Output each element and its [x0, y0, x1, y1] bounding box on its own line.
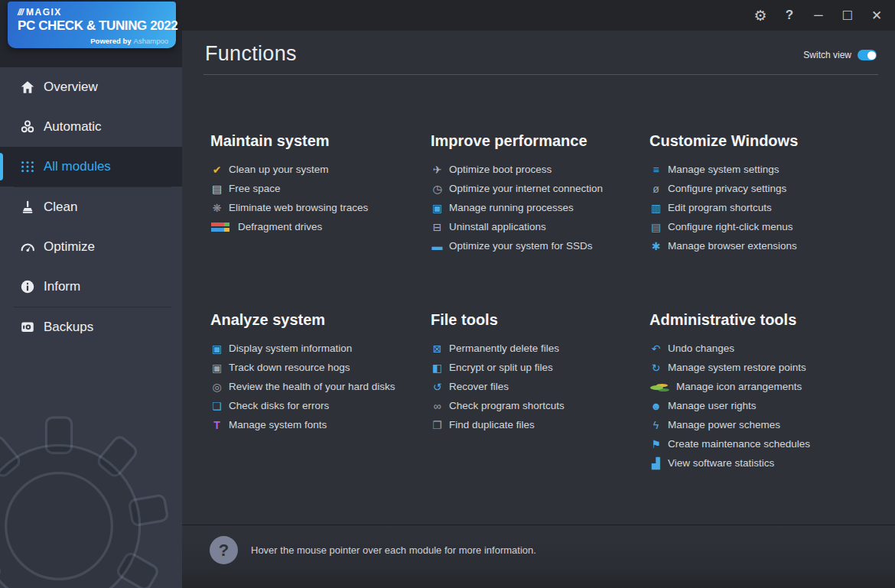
module-manage-user-rights[interactable]: ☻Manage user rights — [649, 396, 888, 415]
module-label: Review the health of your hard disks — [229, 381, 395, 392]
sidebar-item-optimize[interactable]: Optimize — [0, 227, 182, 267]
module-view-software-statistics[interactable]: ▟View software statistics — [649, 453, 888, 473]
sidebar-item-backups[interactable]: Backups — [0, 307, 182, 347]
settings-gear-button[interactable]: ⚙ — [748, 4, 773, 27]
module-recover-files[interactable]: ↺Recover files — [431, 377, 649, 396]
encrypt-file-icon: ◧ — [431, 362, 444, 373]
module-label: Manage browser extensions — [668, 240, 797, 252]
extensions-icon: ✱ — [649, 241, 662, 252]
section-customize-windows: Customize Windows ≡Manage system setting… — [649, 132, 888, 311]
sidebar-item-clean[interactable]: Clean — [0, 187, 182, 227]
module-undo-changes[interactable]: ↶Undo changes — [649, 339, 888, 358]
module-manage-system-restore-points[interactable]: ↻Manage system restore points — [649, 358, 888, 377]
section-improve-performance: Improve performance ✈Optimize boot proce… — [431, 132, 649, 311]
home-icon — [18, 78, 37, 96]
module-manage-browser-extensions[interactable]: ✱Manage browser extensions — [649, 236, 888, 255]
module-manage-icon-arrangements[interactable]: Manage icon arrangements — [649, 377, 888, 396]
module-optimize-your-internet-connection[interactable]: ◷Optimize your internet connection — [431, 179, 649, 198]
switch-view-label: Switch view — [803, 50, 851, 60]
module-label: Undo changes — [668, 343, 734, 354]
fonts-icon: T — [210, 420, 223, 430]
minimize-button[interactable]: ─ — [806, 4, 831, 27]
close-icon: ✕ — [871, 8, 882, 24]
module-find-duplicate-files[interactable]: ❐Find duplicate files — [431, 415, 649, 434]
icon-arrangement-icon — [650, 385, 663, 390]
privacy-eye-icon: ø — [649, 184, 662, 194]
section-title: Maintain system — [210, 132, 431, 150]
logo-brand: ///MAGIX — [18, 7, 168, 18]
module-configure-right-click-menus[interactable]: ▤Configure right-click menus — [649, 217, 888, 236]
sidebar-item-inform[interactable]: Inform — [0, 267, 182, 307]
module-defragment-drives[interactable]: Defragment drives — [210, 217, 431, 236]
logo-product-title: PC CHECK & TUNING 2022 — [18, 18, 168, 34]
settings-lines-icon: ≡ — [649, 164, 662, 175]
sidebar-item-automatic[interactable]: Automatic — [0, 107, 182, 147]
speed-gauge-icon: ◷ — [431, 184, 444, 194]
laptop-icon: ⊟ — [431, 222, 444, 232]
info-icon — [18, 278, 37, 296]
module-label: Track down resource hogs — [229, 362, 350, 373]
section-title: File tools — [431, 311, 649, 329]
module-label: View software statistics — [668, 457, 774, 469]
module-list: ≡Manage system settingsøConfigure privac… — [649, 160, 888, 255]
module-manage-running-processes[interactable]: ▣Manage running processes — [431, 198, 649, 217]
sidebar-item-label: Automatic — [44, 119, 102, 135]
module-label: Free space — [229, 183, 281, 194]
broom-icon — [18, 198, 37, 216]
switch-view-control: Switch view — [803, 50, 877, 60]
section-title: Administrative tools — [649, 311, 888, 329]
automatic-icon — [18, 118, 37, 136]
module-optimize-boot-process[interactable]: ✈Optimize boot process — [431, 160, 649, 179]
sidebar-item-overview[interactable]: Overview — [0, 67, 182, 107]
module-manage-system-fonts[interactable]: TManage system fonts — [210, 415, 431, 434]
page-header: Functions Switch view — [205, 42, 877, 66]
module-label: Configure right-click menus — [668, 221, 793, 232]
power-bolt-icon: ϟ — [649, 420, 662, 430]
module-optimize-your-system-for-ssds[interactable]: ▬Optimize your system for SSDs — [431, 236, 649, 255]
module-display-system-information[interactable]: ▣Display system information — [210, 339, 431, 358]
section-title: Analyze system — [210, 311, 431, 329]
module-label: Manage icon arrangements — [676, 381, 802, 392]
module-configure-privacy-settings[interactable]: øConfigure privacy settings — [649, 179, 888, 198]
toggle-knob — [867, 51, 876, 60]
disk-health-icon: ◎ — [210, 382, 223, 392]
module-label: Optimize your system for SSDs — [449, 240, 593, 252]
section-analyze-system: Analyze system ▣Display system informati… — [210, 311, 431, 490]
close-button[interactable]: ✕ — [864, 4, 889, 27]
sidebar-item-label: All modules — [44, 159, 111, 174]
module-label: Optimize boot process — [449, 164, 552, 175]
module-label: Configure privacy settings — [668, 183, 786, 194]
sidebar-item-all-modules[interactable]: All modules — [0, 147, 182, 187]
sidebar-nav: Overview Automatic All modules Clean Opt… — [0, 67, 182, 347]
module-free-space[interactable]: ▤Free space — [210, 179, 431, 198]
page-title: Functions — [205, 42, 297, 66]
module-eliminate-web-browsing-traces[interactable]: ❋Eliminate web browsing traces — [210, 198, 431, 217]
module-label: Eliminate web browsing traces — [229, 202, 368, 213]
module-uninstall-applications[interactable]: ⊟Uninstall applications — [431, 217, 649, 236]
module-encrypt-or-split-up-files[interactable]: ◧Encrypt or split up files — [431, 358, 649, 377]
module-label: Uninstall applications — [449, 221, 546, 232]
module-label: Encrypt or split up files — [449, 362, 553, 373]
recover-bin-icon: ↺ — [431, 382, 444, 392]
footer-hint-text: Hover the mouse pointer over each module… — [251, 544, 536, 556]
module-manage-system-settings[interactable]: ≡Manage system settings — [649, 160, 888, 179]
switch-view-toggle[interactable] — [858, 50, 877, 60]
defrag-blocks-icon — [211, 223, 224, 226]
footer-content: ? Hover the mouse pointer over each modu… — [210, 536, 895, 564]
maximize-button[interactable]: ☐ — [835, 4, 860, 27]
module-check-program-shortcuts[interactable]: ∞Check program shortcuts — [431, 396, 649, 415]
help-button[interactable]: ? — [777, 4, 802, 27]
module-manage-power-schemes[interactable]: ϟManage power schemes — [649, 415, 888, 434]
module-create-maintenance-schedules[interactable]: ⚑Create maintenance schedules — [649, 434, 888, 453]
module-clean-up-your-system[interactable]: ✔Clean up your system — [210, 160, 431, 179]
module-track-down-resource-hogs[interactable]: ▣Track down resource hogs — [210, 358, 431, 377]
module-label: Clean up your system — [229, 164, 329, 175]
module-edit-program-shortcuts[interactable]: ▥Edit program shortcuts — [649, 198, 888, 217]
shredder-bin-icon: ⊠ — [431, 343, 444, 354]
module-check-disks-for-errors[interactable]: ❏Check disks for errors — [210, 396, 431, 415]
module-permanently-delete-files[interactable]: ⊠Permanently delete files — [431, 339, 649, 358]
module-review-the-health-of-your-hard-disks[interactable]: ◎Review the health of your hard disks — [210, 377, 431, 396]
restore-point-icon: ↻ — [649, 362, 662, 373]
titlebar-buttons: ⚙?─☐✕ — [748, 0, 889, 31]
module-label: Create maintenance schedules — [668, 438, 810, 450]
